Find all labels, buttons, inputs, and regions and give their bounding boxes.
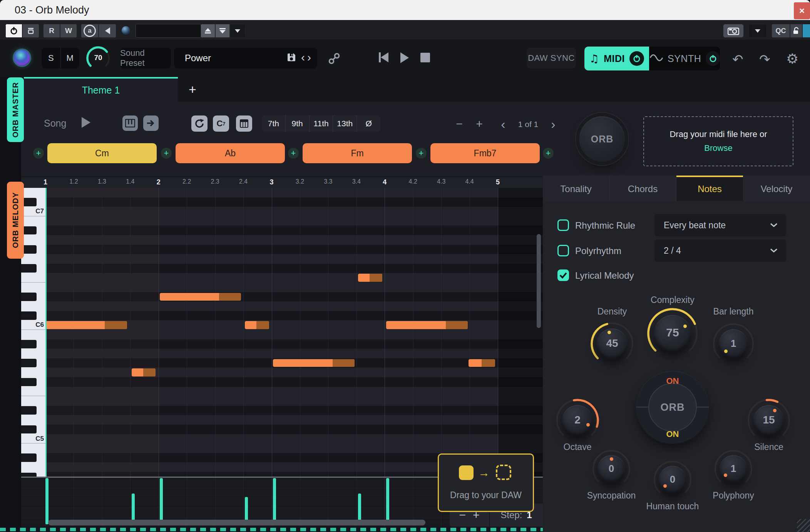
chord-block-Fmb7[interactable]: Fmb7: [430, 143, 540, 163]
tab-tonality[interactable]: Tonality: [543, 176, 609, 201]
power-icon[interactable]: [5, 24, 22, 38]
human_touch-knob[interactable]: 0: [653, 460, 692, 499]
note-grid[interactable]: [45, 188, 543, 477]
bars-minus-button[interactable]: −: [453, 117, 466, 130]
resize-handle[interactable]: [797, 519, 810, 532]
velocity-bar-4[interactable]: [273, 478, 276, 524]
chord-cycle-icon[interactable]: C7: [213, 115, 229, 132]
density-knob[interactable]: 45: [591, 322, 634, 365]
syncopation-knob[interactable]: 0: [592, 450, 631, 488]
tab-orb-master[interactable]: ORB MASTER: [7, 77, 24, 142]
midi-note-Ab5-7[interactable]: [469, 359, 495, 367]
ext-11th-button[interactable]: 11th: [310, 115, 333, 132]
orb-logo[interactable]: [14, 50, 30, 66]
tab-notes[interactable]: Notes: [676, 176, 743, 201]
add-chord-button-0[interactable]: +: [33, 148, 44, 159]
midi-power-icon[interactable]: [629, 51, 644, 66]
automation-icon[interactable]: a: [81, 24, 99, 38]
timeline-ruler[interactable]: 11.21.31.422.22.32.433.23.33.444.24.34.4…: [21, 177, 543, 188]
polyphony-knob[interactable]: 1: [714, 450, 753, 488]
save-preset-icon[interactable]: [286, 52, 296, 64]
orb-pad-on-top[interactable]: ON: [636, 376, 709, 386]
midi-note-C6-0[interactable]: [45, 321, 127, 329]
polyrhythm-checkbox[interactable]: [557, 245, 569, 256]
silence-knob[interactable]: 15: [747, 399, 790, 442]
grid-view-icon[interactable]: [236, 115, 252, 132]
preset-next-arrow[interactable]: ›: [307, 51, 311, 64]
black-key-D#5[interactable]: [21, 406, 37, 415]
black-key-F#5[interactable]: [21, 378, 37, 386]
orb-pad-center[interactable]: ORB: [648, 383, 697, 432]
complexity-knob[interactable]: 75: [647, 308, 698, 359]
horizontal-scrollbar[interactable]: [48, 520, 425, 525]
vertical-scrollbar[interactable]: [537, 234, 541, 328]
lyrical-melody-checkbox[interactable]: [557, 269, 569, 281]
back-arrow-icon[interactable]: [99, 24, 116, 38]
playhead[interactable]: [45, 188, 47, 477]
preset-menu-icon[interactable]: [230, 24, 245, 38]
synth-power-icon[interactable]: [706, 51, 720, 66]
rhythmic-rule-dropdown[interactable]: Every beat note: [654, 214, 786, 236]
velocity-bar-6[interactable]: [386, 478, 389, 524]
synth-mode-button[interactable]: SYNTH: [649, 47, 720, 70]
tab-orb-melody[interactable]: ORB MELODY: [7, 182, 24, 259]
midi-note-C6-6[interactable]: [386, 321, 468, 329]
snapshot-camera-icon[interactable]: [723, 24, 744, 38]
bar_length-knob[interactable]: 1: [713, 323, 754, 365]
tab-velocity[interactable]: Velocity: [743, 176, 810, 201]
bars-plus-button[interactable]: +: [473, 117, 486, 130]
polyrhythm-dropdown[interactable]: 2 / 4: [654, 239, 786, 262]
black-key-G#5[interactable]: [21, 359, 37, 367]
orb-pad-on-bottom[interactable]: ON: [636, 429, 709, 439]
velocity-bar-2[interactable]: [160, 478, 163, 524]
daw-sync-button[interactable]: DAW SYNC: [527, 48, 576, 69]
midi-note-G5-1[interactable]: [132, 368, 156, 376]
orb-pad[interactable]: ORB ON ON: [636, 371, 709, 444]
black-key-D#6[interactable]: [21, 293, 37, 301]
ext-7th-button[interactable]: 7th: [262, 115, 285, 132]
chord-block-Fm[interactable]: Fm: [303, 143, 412, 163]
title-bar[interactable]: [0, 0, 810, 20]
qc-button[interactable]: QC: [772, 24, 790, 38]
volume-knob[interactable]: 70: [86, 46, 110, 70]
chord-block-Ab[interactable]: Ab: [176, 143, 285, 163]
tab-chords[interactable]: Chords: [609, 176, 676, 201]
tab-theme-1[interactable]: Theme 1: [24, 77, 178, 102]
add-chord-button-3[interactable]: +: [416, 148, 427, 159]
song-play-button[interactable]: [82, 117, 90, 128]
play-button[interactable]: [400, 52, 409, 63]
undo-icon[interactable]: ↶: [732, 52, 743, 67]
midi-drop-zone[interactable]: Drag your midi file here or Browse: [643, 116, 793, 166]
black-key-A#5[interactable]: [21, 340, 37, 348]
ext-9th-button[interactable]: 9th: [286, 115, 309, 132]
add-chord-button-4[interactable]: +: [543, 148, 554, 159]
black-key-A#4[interactable]: [21, 453, 37, 462]
write-automation-button[interactable]: W: [60, 24, 77, 38]
midi-note-Ab5-4[interactable]: [273, 359, 355, 367]
snapshot-menu-icon[interactable]: [748, 24, 767, 38]
preset-box[interactable]: Power ‹ ›: [174, 48, 317, 69]
midi-mode-button[interactable]: ♫ MIDI: [584, 47, 649, 70]
piano-keyboard[interactable]: C7C6C5: [21, 188, 45, 477]
drag-to-daw-box[interactable]: → Drag to your DAW: [438, 453, 534, 512]
midi-note-F6-5[interactable]: [358, 274, 382, 282]
close-button[interactable]: ×: [794, 2, 810, 19]
page-next-button[interactable]: ›: [547, 117, 559, 131]
ext-13th-button[interactable]: 13th: [333, 115, 356, 132]
keyboard-icon[interactable]: [122, 115, 138, 131]
mute-button[interactable]: M: [61, 48, 80, 69]
preset-prev-arrow[interactable]: ‹: [301, 51, 305, 64]
add-chord-button-2[interactable]: +: [288, 148, 299, 159]
page-prev-button[interactable]: ‹: [497, 117, 509, 131]
black-key-C#6[interactable]: [21, 311, 37, 320]
octave-knob[interactable]: 2: [556, 399, 599, 442]
regenerate-icon[interactable]: [191, 115, 208, 132]
orb-master-knob[interactable]: ORB: [579, 116, 625, 162]
stop-button[interactable]: [420, 53, 430, 62]
link-icon[interactable]: [328, 52, 340, 66]
ext-none-button[interactable]: Ø: [357, 115, 380, 132]
focus-color-swatch[interactable]: [802, 24, 810, 38]
export-arrow-icon[interactable]: [143, 115, 159, 131]
chord-block-Cm[interactable]: Cm: [47, 143, 157, 163]
redo-icon[interactable]: ↷: [759, 52, 770, 67]
